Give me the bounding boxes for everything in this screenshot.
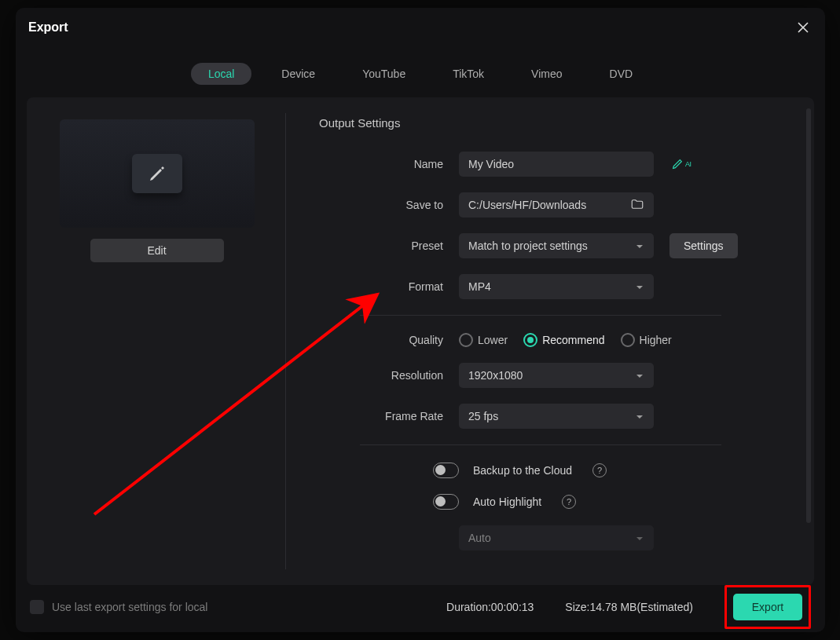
edit-button[interactable]: Edit (90, 239, 224, 262)
help-icon[interactable]: ? (562, 495, 576, 509)
highlight-mode-value: Auto (468, 532, 491, 544)
row-highlight: Auto Highlight ? (319, 494, 784, 510)
tab-vimeo[interactable]: Vimeo (514, 63, 579, 85)
highlight-mode-select[interactable]: Auto (459, 525, 654, 550)
row-quality: Quality Lower Recommend Higher (319, 333, 784, 347)
row-saveto: Save to C:/Users/HF/Downloads (319, 192, 784, 218)
quality-label: Quality (319, 334, 459, 346)
duration-value: 00:00:13 (491, 601, 534, 613)
row-preset: Preset Match to project settings Setting… (319, 233, 784, 258)
tab-device[interactable]: Device (264, 63, 332, 85)
framerate-select[interactable]: 25 fps (459, 404, 654, 429)
main-panel: Edit Output Settings Name AI Save to C:/… (27, 97, 814, 585)
row-highlight-mode: Auto (319, 525, 784, 550)
saveto-input[interactable]: C:/Users/HF/Downloads (459, 192, 654, 218)
chevron-down-icon (635, 371, 644, 380)
scrollbar[interactable] (806, 108, 811, 523)
divider (360, 444, 721, 445)
format-value: MP4 (468, 280, 491, 293)
help-icon[interactable]: ? (592, 463, 607, 477)
highlight-label: Auto Highlight (473, 496, 541, 508)
close-button[interactable] (794, 18, 812, 37)
size-label: Size: (565, 601, 589, 613)
quality-lower[interactable]: Lower (459, 333, 508, 347)
format-label: Format (319, 280, 459, 293)
chevron-down-icon (635, 282, 644, 291)
format-select[interactable]: MP4 (459, 274, 654, 299)
resolution-label: Resolution (319, 369, 459, 382)
settings-column: Output Settings Name AI Save to C:/Users… (286, 113, 814, 569)
row-format: Format MP4 (319, 274, 784, 299)
radio-icon (621, 333, 635, 347)
chevron-down-icon (635, 411, 644, 421)
dialog-header: Export (16, 8, 825, 47)
highlight-toggle[interactable] (433, 494, 459, 510)
duration-info: Duration:00:00:13 (446, 601, 534, 613)
export-highlight-box: Export (724, 585, 811, 629)
backup-label: Backup to the Cloud (473, 464, 572, 477)
export-button[interactable]: Export (733, 594, 802, 620)
preset-settings-button[interactable]: Settings (669, 233, 738, 258)
resolution-value: 1920x1080 (468, 369, 523, 382)
chevron-down-icon (635, 241, 644, 251)
tab-tiktok[interactable]: TikTok (435, 63, 501, 85)
row-backup: Backup to the Cloud ? (319, 463, 784, 478)
saveto-value: C:/Users/HF/Downloads (468, 199, 586, 211)
backup-toggle[interactable] (433, 463, 459, 478)
tab-bar: Local Device YouTube TikTok Vimeo DVD (16, 63, 825, 85)
duration-label: Duration: (446, 601, 491, 613)
use-last-checkbox[interactable] (30, 600, 44, 614)
name-label: Name (319, 158, 459, 170)
quality-option-label: Higher (640, 334, 672, 346)
radio-icon (459, 333, 473, 347)
video-thumbnail[interactable] (60, 119, 255, 228)
framerate-value: 25 fps (468, 410, 498, 422)
quality-option-label: Recommend (542, 334, 604, 346)
size-value: 14.78 MB (589, 601, 636, 613)
size-info: Size:14.78 MB(Estimated) (565, 601, 693, 613)
use-last-label: Use last export settings for local (52, 601, 207, 613)
framerate-label: Frame Rate (319, 410, 459, 422)
tab-dvd[interactable]: DVD (592, 63, 651, 85)
radio-icon (523, 333, 537, 347)
preset-value: Match to project settings (468, 240, 588, 252)
size-suffix: (Estimated) (636, 601, 693, 613)
dialog-title: Export (28, 20, 68, 35)
row-name: Name AI (319, 152, 784, 177)
preview-column: Edit (50, 113, 286, 569)
quality-higher[interactable]: Higher (621, 333, 672, 347)
divider (360, 315, 721, 316)
close-icon (797, 21, 809, 34)
preset-select[interactable]: Match to project settings (459, 233, 654, 258)
export-dialog: Export Local Device YouTube TikTok Vimeo… (16, 8, 825, 632)
name-input[interactable] (459, 152, 654, 177)
section-title: Output Settings (319, 116, 784, 130)
chevron-down-icon (635, 533, 644, 543)
folder-icon[interactable] (630, 197, 644, 214)
pencil-icon (132, 154, 182, 193)
preset-label: Preset (319, 240, 459, 252)
resolution-select[interactable]: 1920x1080 (459, 363, 654, 388)
tab-youtube[interactable]: YouTube (345, 63, 423, 85)
ai-rename-icon[interactable]: AI (671, 158, 691, 170)
footer: Use last export settings for local Durat… (16, 585, 825, 632)
saveto-label: Save to (319, 199, 459, 211)
tab-local[interactable]: Local (191, 63, 251, 85)
row-framerate: Frame Rate 25 fps (319, 404, 784, 429)
quality-recommend[interactable]: Recommend (523, 333, 604, 347)
quality-option-label: Lower (478, 334, 508, 346)
row-resolution: Resolution 1920x1080 (319, 363, 784, 388)
